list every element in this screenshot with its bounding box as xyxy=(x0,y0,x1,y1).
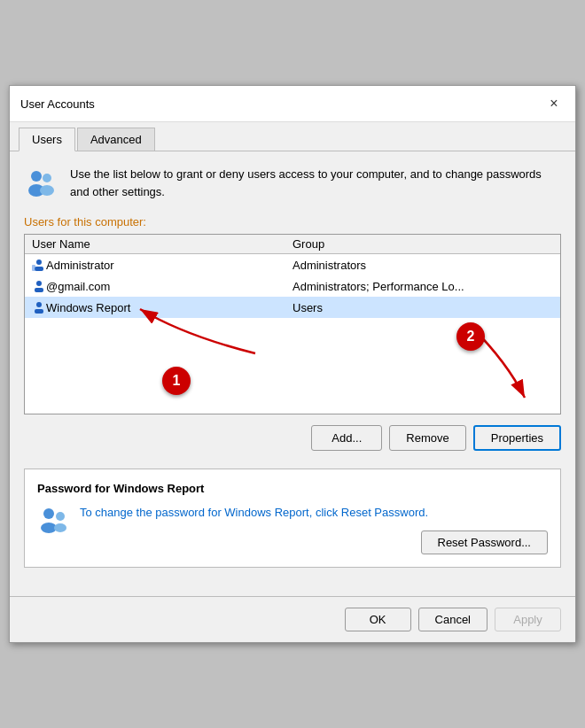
user-accounts-dialog: User Accounts × Users Advanced Use the l… xyxy=(9,85,576,643)
properties-button[interactable]: Properties xyxy=(473,425,561,451)
svg-point-16 xyxy=(54,523,66,532)
table-body: Administrator Administrators @gmail.com … xyxy=(25,254,560,414)
svg-rect-8 xyxy=(35,288,43,292)
svg-point-15 xyxy=(56,512,65,521)
close-button[interactable]: × xyxy=(543,93,565,114)
svg-point-3 xyxy=(40,185,54,196)
svg-point-13 xyxy=(43,508,54,519)
reset-password-button[interactable]: Reset Password... xyxy=(421,531,549,554)
password-section: Password for Windows Report To change th… xyxy=(24,469,561,568)
svg-point-7 xyxy=(36,281,42,286)
dialog-title: User Accounts xyxy=(20,97,95,111)
user-table: User Name Group Administrator Administra… xyxy=(24,234,561,414)
ok-button[interactable]: OK xyxy=(345,608,411,631)
info-text: Use the list below to grant or deny user… xyxy=(70,166,561,200)
password-content: To change the password for Windows Repor… xyxy=(37,504,548,554)
user-icon xyxy=(32,300,46,314)
col-header-group: Group xyxy=(292,237,553,251)
svg-point-2 xyxy=(43,174,51,182)
info-box: Use the list below to grant or deny user… xyxy=(24,166,561,201)
cancel-button[interactable]: Cancel xyxy=(418,608,488,631)
tab-users[interactable]: Users xyxy=(19,128,75,151)
bottom-bar: OK Cancel Apply xyxy=(10,596,575,642)
tab-advanced[interactable]: Advanced xyxy=(77,128,155,151)
reset-password-wrapper: Reset Password... xyxy=(80,531,548,554)
svg-rect-10 xyxy=(35,309,43,314)
password-section-title: Password for Windows Report xyxy=(37,482,548,495)
title-bar: User Accounts × xyxy=(10,86,575,122)
annotation-circle-2: 2 xyxy=(456,322,485,351)
users-section-label: Users for this computer: xyxy=(24,215,561,228)
password-user-icon xyxy=(37,504,69,536)
table-header: User Name Group xyxy=(25,235,560,254)
annotation-circle-1: 1 xyxy=(162,367,191,395)
users-icon xyxy=(24,166,59,201)
svg-rect-5 xyxy=(35,267,43,271)
action-buttons-row: Add... Remove Properties xyxy=(24,425,561,451)
user-icon xyxy=(32,279,46,293)
svg-point-4 xyxy=(36,259,42,265)
col-header-name: User Name xyxy=(32,237,292,251)
svg-point-9 xyxy=(36,302,42,307)
tab-content: Use the list below to grant or deny user… xyxy=(10,151,575,596)
svg-point-0 xyxy=(31,171,42,182)
user-icon xyxy=(32,258,46,272)
add-button[interactable]: Add... xyxy=(311,425,382,451)
table-row[interactable]: @gmail.com Administrators; Performance L… xyxy=(25,275,560,297)
table-row[interactable]: Administrator Administrators xyxy=(25,254,560,275)
table-row-selected[interactable]: Windows Report Users xyxy=(25,297,560,318)
remove-button[interactable]: Remove xyxy=(389,425,465,451)
apply-button[interactable]: Apply xyxy=(495,608,561,631)
tabs-container: Users Advanced xyxy=(10,122,575,151)
svg-rect-6 xyxy=(32,265,35,271)
password-text: To change the password for Windows Repor… xyxy=(80,504,548,522)
